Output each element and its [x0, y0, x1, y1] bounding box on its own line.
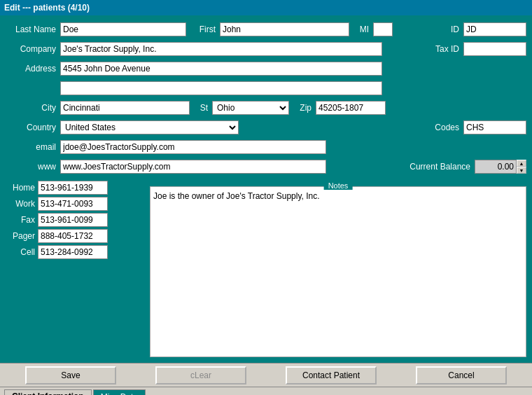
current-balance-input[interactable]	[475, 160, 517, 174]
www-input[interactable]	[60, 160, 326, 174]
pager-label: Pager	[6, 231, 35, 241]
row-name: Last Name First MI ID	[6, 21, 526, 38]
notes-legend: Notes	[324, 181, 353, 190]
country-select[interactable]: United States Canada Mexico	[60, 120, 239, 134]
country-label: Country	[6, 123, 56, 132]
tab-misc-data-label: Misc Data	[101, 392, 138, 396]
tax-id-input[interactable]	[463, 42, 526, 56]
tab-bar: Client Information Misc Data	[0, 387, 532, 395]
home-label: Home	[6, 183, 35, 193]
company-label: Company	[6, 44, 56, 54]
notes-group: Notes Joe is the owner of Joe's Tractor …	[150, 186, 526, 357]
row-address1: Address	[6, 60, 526, 77]
id-label: ID	[444, 25, 459, 34]
cell-phone-row: Cell	[6, 245, 146, 259]
id-input[interactable]	[463, 22, 526, 36]
pager-phone-input[interactable]	[38, 229, 108, 243]
company-input[interactable]	[60, 42, 382, 56]
notes-textarea[interactable]: Joe is the owner of Joe's Tractor Supply…	[150, 187, 526, 356]
row-address2	[6, 80, 526, 97]
row-email: email	[6, 139, 526, 155]
spinner-buttons: ▲ ▼	[517, 160, 526, 174]
codes-label: Codes	[428, 123, 459, 132]
zip-label: Zip	[293, 103, 312, 113]
tab-client-information[interactable]: Client Information	[4, 389, 92, 395]
save-button[interactable]: Save	[25, 366, 116, 384]
notes-phone-section: Home Work Fax Pager Cell Notes J	[6, 181, 526, 357]
tab-client-info-label: Client Information	[12, 391, 84, 395]
fax-phone-input[interactable]	[38, 213, 108, 227]
spinner-up-button[interactable]: ▲	[517, 160, 526, 167]
codes-input[interactable]	[463, 120, 526, 134]
email-input[interactable]	[60, 140, 326, 154]
mi-label: MI	[354, 25, 369, 34]
main-container: Last Name First MI ID Company Tax ID Add…	[0, 15, 532, 363]
first-label: First	[190, 25, 216, 34]
work-phone-input[interactable]	[38, 197, 108, 211]
current-balance-label: Current Balance	[397, 162, 470, 172]
fax-phone-row: Fax	[6, 213, 146, 227]
mi-input[interactable]	[373, 22, 393, 36]
address-label: Address	[6, 64, 56, 74]
address2-input[interactable]	[60, 81, 382, 95]
home-phone-input[interactable]	[38, 181, 108, 195]
spinner-down-button[interactable]: ▼	[517, 167, 526, 174]
last-name-input[interactable]	[60, 22, 186, 36]
cell-phone-input[interactable]	[38, 245, 108, 259]
st-label: St	[194, 103, 208, 113]
fax-label: Fax	[6, 215, 35, 225]
row-city: City St Ohio Alabama Alaska Zip	[6, 99, 526, 116]
work-label: Work	[6, 199, 35, 209]
state-select[interactable]: Ohio Alabama Alaska	[212, 101, 289, 115]
cancel-button[interactable]: Cancel	[416, 366, 507, 384]
home-phone-row: Home	[6, 181, 146, 195]
work-phone-row: Work	[6, 197, 146, 211]
city-input[interactable]	[60, 101, 190, 115]
address1-input[interactable]	[60, 62, 382, 76]
city-label: City	[6, 103, 56, 113]
clear-button[interactable]: cLear	[155, 366, 246, 384]
last-name-label: Last Name	[6, 25, 56, 34]
current-balance-spinner: ▲ ▼	[475, 160, 526, 174]
email-label: email	[6, 142, 56, 152]
www-label: www	[6, 162, 56, 172]
tab-misc-data[interactable]: Misc Data	[93, 389, 146, 395]
cell-label: Cell	[6, 247, 35, 257]
title-bar: Edit --- patients (4/10)	[0, 0, 532, 15]
phone-section: Home Work Fax Pager Cell	[6, 181, 146, 357]
first-name-input[interactable]	[220, 22, 349, 36]
row-www: www Current Balance ▲ ▼	[6, 158, 526, 175]
row-country: Country United States Canada Mexico Code…	[6, 119, 526, 136]
tax-id-label: Tax ID	[431, 44, 459, 54]
pager-phone-row: Pager	[6, 229, 146, 243]
contact-patient-button[interactable]: Contact Patient	[286, 366, 377, 384]
button-bar: Save cLear Contact Patient Cancel	[0, 363, 532, 387]
zip-input[interactable]	[316, 101, 386, 115]
title-text: Edit --- patients (4/10)	[4, 3, 90, 13]
row-company: Company Tax ID	[6, 41, 526, 57]
